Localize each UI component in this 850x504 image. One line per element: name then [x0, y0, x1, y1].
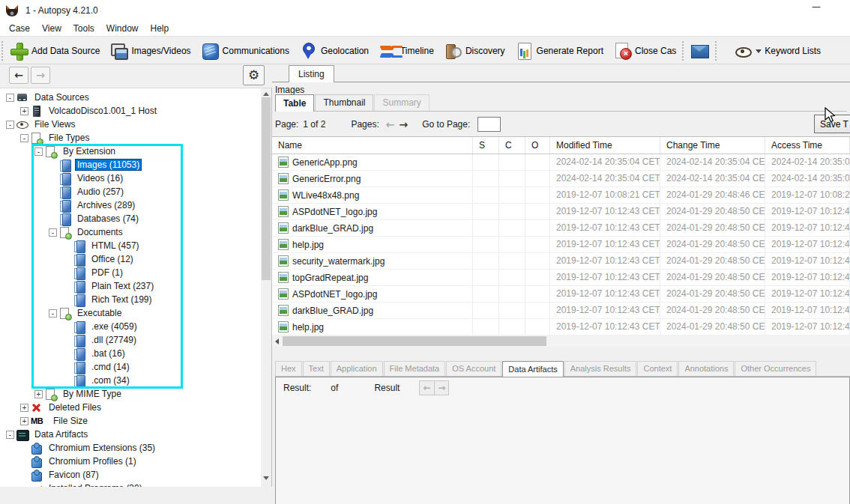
cell-access-time: 2019-12-07 10:12:43 — [765, 303, 850, 318]
tab-thumbnail[interactable]: Thumbnail — [315, 94, 373, 111]
tree-item-exe-4059[interactable]: .exe (4059) — [0, 320, 261, 333]
collapse-icon[interactable]: - — [6, 94, 14, 102]
tree-item-databases-74[interactable]: Databases (74) — [0, 212, 261, 225]
images-videos-button[interactable]: Images/Videos — [104, 39, 195, 63]
column-header-name[interactable]: Name — [272, 137, 473, 154]
tab-listing[interactable]: Listing — [289, 65, 334, 82]
tree-item-dll-27749[interactable]: .dll (27749) — [0, 333, 261, 347]
menu-item-case[interactable]: Case — [3, 22, 36, 35]
column-header-s[interactable]: S — [473, 137, 499, 154]
table-row[interactable]: security_watermark.jpg2019-12-07 10:12:4… — [272, 253, 850, 270]
tree-item-cmd-14[interactable]: .cmd (14) — [0, 360, 261, 374]
scroll-up-icon[interactable] — [263, 92, 269, 96]
minimize-button[interactable]: — — [805, 1, 828, 18]
collapse-icon[interactable]: - — [49, 228, 57, 237]
tree-item-chromium-profiles-1[interactable]: Chromium Profiles (1) — [0, 455, 261, 468]
goto-page-input[interactable] — [477, 117, 501, 132]
timeline-button[interactable]: Timeline — [373, 39, 438, 63]
communications-icon — [200, 41, 220, 61]
collapse-icon[interactable]: - — [34, 148, 43, 156]
tree-item-executable[interactable]: -Executable — [0, 306, 261, 320]
gear-icon[interactable]: ⚙ — [243, 65, 265, 85]
hscrollbar-thumb[interactable] — [283, 336, 546, 346]
tree-item-favicon-87[interactable]: Favicon (87) — [0, 468, 261, 482]
tree-item-rich-text-199[interactable]: Rich Text (199) — [0, 293, 261, 306]
tree-item-file-views[interactable]: -File Views — [0, 118, 261, 131]
cell-s — [473, 253, 499, 269]
image-file-icon — [278, 173, 289, 184]
tree-item-installed-programs-30[interactable]: Installed Programs (30) — [0, 482, 261, 487]
communications-button[interactable]: Communications — [196, 39, 294, 63]
next-page-icon[interactable]: → — [399, 118, 408, 130]
add-data-source-button[interactable]: Add Data Source — [4, 39, 104, 63]
column-header-access-time[interactable]: Access Time — [765, 137, 850, 154]
table-row[interactable]: topGradRepeat.jpg2019-12-07 10:12:43 CET… — [272, 270, 850, 286]
table-row[interactable]: GenericApp.png2024-02-14 20:35:04 CET202… — [272, 154, 850, 171]
collapse-icon[interactable]: - — [6, 121, 14, 129]
tab-data-artifacts[interactable]: Data Artifacts — [502, 361, 563, 377]
table-row[interactable]: darkBlue_GRAD.jpg2019-12-07 10:12:43 CET… — [272, 303, 850, 319]
table-row[interactable]: GenericError.png2024-02-14 20:35:04 CET2… — [272, 171, 850, 187]
tree-item-label: .exe (4059) — [89, 321, 139, 333]
menu-item-tools[interactable]: Tools — [67, 22, 100, 35]
expand-icon[interactable]: + — [20, 107, 28, 115]
mail-button[interactable] — [685, 39, 714, 63]
column-header-change-time[interactable]: Change Time — [660, 137, 765, 154]
tree-item-documents[interactable]: -Documents — [0, 225, 261, 239]
discovery-button[interactable]: Discovery — [438, 39, 510, 63]
tree-item-office-12[interactable]: Office (12) — [0, 252, 261, 266]
generate-report-button[interactable]: Generate Report — [510, 39, 608, 63]
column-header-modified-time[interactable]: Modified Time — [550, 137, 660, 154]
blue-file-icon — [59, 200, 71, 211]
table-row[interactable]: ASPdotNET_logo.jpg2019-12-07 10:12:43 CE… — [272, 286, 850, 303]
collapse-icon[interactable]: - — [6, 431, 14, 439]
table-row[interactable]: ASPdotNET_logo.jpg2019-12-07 10:12:43 CE… — [272, 204, 850, 220]
tree-item-by-mime-type[interactable]: +By MIME Type — [0, 387, 261, 401]
tree-item-by-extension[interactable]: -By Extension — [0, 145, 261, 158]
tree-item-html-457[interactable]: HTML (457) — [0, 239, 261, 252]
table-horizontal-scrollbar[interactable] — [272, 336, 850, 347]
scroll-down-icon[interactable] — [263, 476, 269, 480]
tree-item-pdf-1[interactable]: PDF (1) — [0, 266, 261, 279]
menu-item-window[interactable]: Window — [100, 22, 145, 35]
cell-modified-time: 2024-02-14 20:35:04 CET — [550, 154, 660, 170]
tree-item-file-types[interactable]: -File Types — [0, 131, 261, 145]
expand-icon[interactable]: + — [34, 390, 43, 398]
cell-name: topGradRepeat.jpg — [272, 270, 473, 285]
table-row[interactable]: WLive48x48.png2019-12-07 10:08:21 CET202… — [272, 187, 850, 204]
menu-item-view[interactable]: View — [36, 22, 67, 35]
tree-item-com-34[interactable]: .com (34) — [0, 374, 261, 387]
tree-item-audio-257[interactable]: Audio (257) — [0, 185, 261, 198]
red-x-icon — [31, 402, 43, 413]
collapse-icon[interactable]: - — [20, 134, 28, 142]
close-cas-button[interactable]: Close Cas — [608, 39, 681, 63]
tree-item-bat-16[interactable]: .bat (16) — [0, 347, 261, 360]
tree-item-volcadodisco1-001-1-host[interactable]: +VolcadoDisco1.001_1 Host — [0, 104, 261, 118]
cell-c — [499, 253, 525, 269]
tree-item-chromium-extensions-35[interactable]: Chromium Extensions (35) — [0, 441, 261, 455]
tree-item-file-size[interactable]: +MBFile Size — [0, 414, 261, 428]
table-row[interactable]: help.jpg2019-12-07 10:12:43 CET2024-01-2… — [272, 237, 850, 253]
tree-item-deleted-files[interactable]: +Deleted Files — [0, 401, 261, 414]
tree-scrollbar-thumb[interactable] — [262, 97, 271, 280]
column-header-c[interactable]: C — [499, 137, 525, 154]
tree-item-data-artifacts[interactable]: -Data Artifacts — [0, 428, 261, 441]
keyword-lists-button[interactable]: Keyword Lists — [729, 39, 825, 63]
back-button[interactable]: ← — [9, 67, 28, 84]
tree-item-images-11053[interactable]: Images (11053) — [0, 158, 261, 171]
table-row[interactable]: darkBlue_GRAD.jpg2019-12-07 10:12:43 CET… — [272, 220, 850, 237]
table-row[interactable]: help.jpg2019-12-07 10:12:43 CET2024-01-2… — [272, 319, 850, 336]
tree-item-videos-16[interactable]: Videos (16) — [0, 171, 261, 185]
expand-icon[interactable]: + — [20, 404, 28, 412]
column-header-o[interactable]: O — [525, 137, 550, 154]
tree-scrollbar[interactable] — [261, 88, 271, 487]
geolocation-button[interactable]: Geolocation — [294, 39, 373, 63]
scroll-left-icon[interactable] — [275, 338, 279, 344]
tree-item-data-sources[interactable]: -Data Sources — [0, 91, 261, 104]
menu-item-help[interactable]: Help — [145, 22, 175, 35]
tab-table[interactable]: Table — [275, 94, 314, 112]
tree-item-plain-text-237[interactable]: Plain Text (237) — [0, 279, 261, 293]
collapse-icon[interactable]: - — [49, 309, 57, 318]
expand-icon[interactable]: + — [20, 417, 28, 425]
tree-item-archives-289[interactable]: Archives (289) — [0, 198, 261, 212]
